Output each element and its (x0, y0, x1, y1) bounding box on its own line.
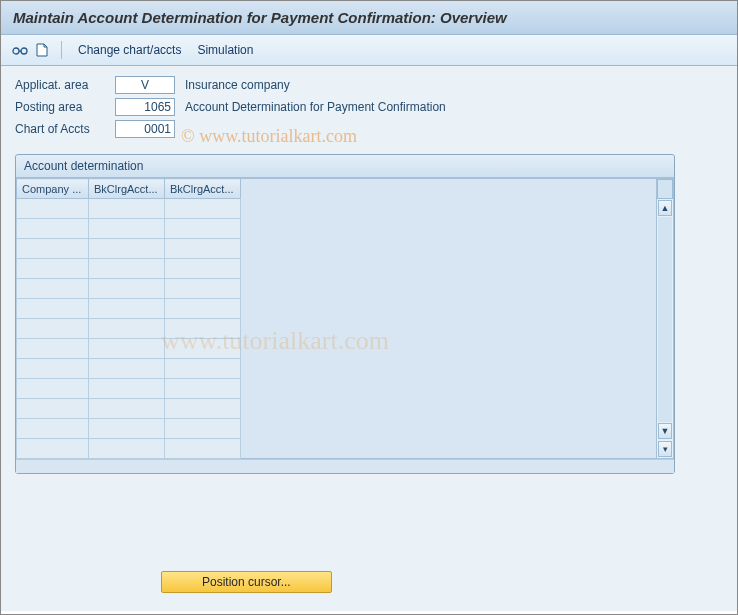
scroll-down-icon[interactable]: ▼ (658, 423, 672, 439)
table-cell[interactable] (165, 239, 241, 259)
table-cell[interactable] (17, 419, 89, 439)
chart-accts-input[interactable] (115, 120, 175, 138)
table-cell[interactable] (89, 319, 165, 339)
svg-point-1 (21, 48, 27, 54)
table-cell[interactable] (17, 219, 89, 239)
table-cell[interactable] (17, 339, 89, 359)
posting-area-label: Posting area (15, 100, 105, 114)
column-header-bkclrgacct1[interactable]: BkClrgAcct... (89, 179, 165, 199)
applicat-area-desc: Insurance company (185, 78, 723, 92)
table-cell[interactable] (17, 359, 89, 379)
account-table[interactable]: Company ... BkClrgAcct... BkClrgAcct... (16, 178, 241, 459)
table-cell[interactable] (17, 379, 89, 399)
simulation-link[interactable]: Simulation (191, 41, 259, 59)
table-row[interactable] (17, 219, 241, 239)
account-determination-panel: Account determination Company ... BkClrg… (15, 154, 675, 474)
select-all-corner[interactable] (657, 179, 673, 199)
table-cell[interactable] (89, 359, 165, 379)
table-row[interactable] (17, 339, 241, 359)
table-cell[interactable] (17, 399, 89, 419)
vertical-scrollbar[interactable]: ▲ ▼ ▾ (656, 178, 674, 459)
posting-area-desc: Account Determination for Payment Confir… (185, 100, 723, 114)
table-cell[interactable] (89, 399, 165, 419)
table-cell[interactable] (165, 359, 241, 379)
table-cell[interactable] (89, 439, 165, 459)
chart-accts-label: Chart of Accts (15, 122, 105, 136)
table-cell[interactable] (165, 399, 241, 419)
table-cell[interactable] (89, 259, 165, 279)
table-cell[interactable] (17, 279, 89, 299)
table-row[interactable] (17, 439, 241, 459)
toolbar-separator (61, 41, 62, 59)
table-cell[interactable] (89, 299, 165, 319)
table-row[interactable] (17, 379, 241, 399)
table-cell[interactable] (165, 259, 241, 279)
page-title: Maintain Account Determination for Payme… (13, 9, 725, 26)
table-cell[interactable] (165, 219, 241, 239)
table-cell[interactable] (165, 379, 241, 399)
svg-point-0 (13, 48, 19, 54)
table-row[interactable] (17, 319, 241, 339)
posting-area-input[interactable] (115, 98, 175, 116)
new-document-icon[interactable] (33, 41, 51, 59)
table-cell[interactable] (89, 379, 165, 399)
header-form: Applicat. area Insurance company Posting… (15, 76, 723, 138)
table-cell[interactable] (17, 439, 89, 459)
table-cell[interactable] (17, 319, 89, 339)
position-cursor-button[interactable]: Position cursor... (161, 571, 332, 593)
table-cell[interactable] (17, 239, 89, 259)
table-cell[interactable] (17, 199, 89, 219)
table-cell[interactable] (165, 279, 241, 299)
scroll-end-icon[interactable]: ▾ (658, 441, 672, 457)
table-cell[interactable] (89, 419, 165, 439)
table-cell[interactable] (89, 219, 165, 239)
table-row[interactable] (17, 239, 241, 259)
table-cell[interactable] (89, 279, 165, 299)
horizontal-scrollbar[interactable] (16, 459, 674, 473)
panel-title: Account determination (16, 155, 674, 178)
table-row[interactable] (17, 259, 241, 279)
title-bar: Maintain Account Determination for Payme… (1, 1, 737, 35)
table-cell[interactable] (165, 439, 241, 459)
table-row[interactable] (17, 279, 241, 299)
scroll-up-icon[interactable]: ▲ (658, 200, 672, 216)
table-row[interactable] (17, 399, 241, 419)
table-cell[interactable] (165, 299, 241, 319)
table-row[interactable] (17, 359, 241, 379)
scroll-track[interactable] (658, 217, 672, 422)
toolbar: Change chart/accts Simulation (1, 35, 737, 66)
change-chart-link[interactable]: Change chart/accts (72, 41, 187, 59)
table-row[interactable] (17, 299, 241, 319)
table-empty-area (241, 178, 656, 459)
table-cell[interactable] (89, 339, 165, 359)
table-cell[interactable] (89, 239, 165, 259)
column-header-company[interactable]: Company ... (17, 179, 89, 199)
table-cell[interactable] (165, 199, 241, 219)
table-cell[interactable] (17, 259, 89, 279)
glasses-icon[interactable] (11, 41, 29, 59)
table-cell[interactable] (165, 339, 241, 359)
table-cell[interactable] (17, 299, 89, 319)
content-area: Applicat. area Insurance company Posting… (1, 66, 737, 611)
applicat-area-label: Applicat. area (15, 78, 105, 92)
applicat-area-input[interactable] (115, 76, 175, 94)
table-row[interactable] (17, 419, 241, 439)
table-row[interactable] (17, 199, 241, 219)
table-cell[interactable] (165, 319, 241, 339)
column-header-bkclrgacct2[interactable]: BkClrgAcct... (165, 179, 241, 199)
table-cell[interactable] (89, 199, 165, 219)
table-cell[interactable] (165, 419, 241, 439)
